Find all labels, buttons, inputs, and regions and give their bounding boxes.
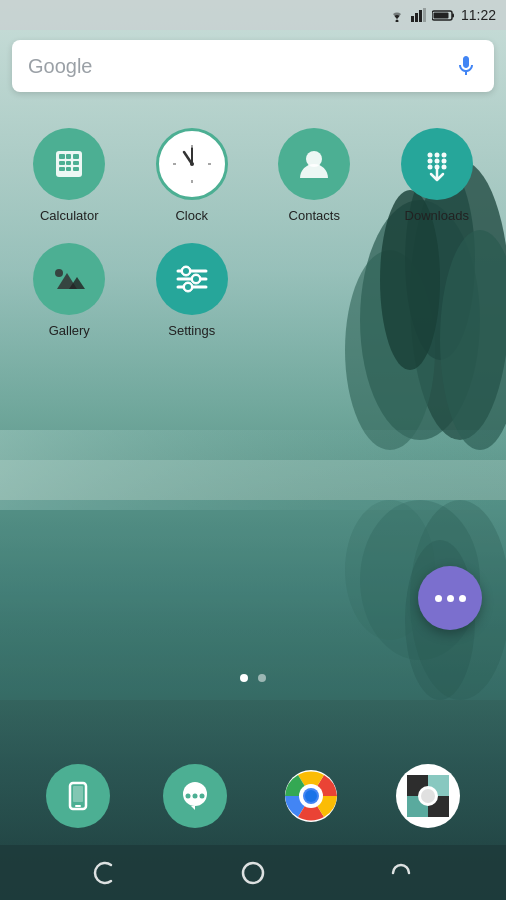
app-gallery[interactable]: Gallery bbox=[8, 233, 131, 348]
dock-camera[interactable] bbox=[396, 764, 460, 828]
empty-slot-1 bbox=[253, 233, 376, 348]
contacts-icon-bg bbox=[278, 128, 350, 200]
fab-dot-2 bbox=[447, 595, 454, 602]
phone-icon bbox=[61, 779, 95, 813]
svg-point-74 bbox=[421, 789, 435, 803]
app-grid-row1: Calculator Clock bbox=[0, 102, 506, 233]
downloads-icon-bg bbox=[401, 128, 473, 200]
empty-slot-2 bbox=[376, 233, 499, 348]
nav-home-button[interactable] bbox=[240, 860, 266, 886]
svg-point-46 bbox=[441, 159, 446, 164]
svg-point-47 bbox=[427, 165, 432, 170]
svg-point-67 bbox=[192, 794, 197, 799]
calculator-icon bbox=[50, 145, 88, 183]
downloads-label: Downloads bbox=[405, 208, 469, 223]
fab-dots bbox=[435, 595, 466, 602]
app-clock[interactable]: Clock bbox=[131, 118, 254, 233]
svg-point-72 bbox=[305, 790, 317, 802]
app-downloads[interactable]: Downloads bbox=[376, 118, 499, 233]
app-grid-row2: Gallery Settings bbox=[0, 233, 506, 348]
svg-rect-18 bbox=[423, 8, 426, 22]
fab-more-options[interactable] bbox=[418, 566, 482, 630]
signal-icon bbox=[411, 8, 427, 22]
home-icon bbox=[240, 860, 266, 886]
status-bar: 11:22 bbox=[0, 0, 506, 30]
svg-rect-64 bbox=[75, 805, 81, 807]
svg-point-14 bbox=[395, 20, 398, 23]
gallery-icon bbox=[49, 259, 89, 299]
svg-rect-29 bbox=[59, 167, 65, 171]
svg-rect-25 bbox=[73, 154, 79, 159]
svg-rect-31 bbox=[73, 167, 79, 171]
gallery-icon-bg bbox=[33, 243, 105, 315]
svg-rect-15 bbox=[411, 16, 414, 22]
status-icons: 11:22 bbox=[388, 7, 496, 23]
fab-dot-1 bbox=[435, 595, 442, 602]
svg-point-45 bbox=[434, 159, 439, 164]
dock-chrome[interactable] bbox=[279, 764, 343, 828]
messenger-icon bbox=[177, 778, 213, 814]
chrome-icon bbox=[283, 768, 339, 824]
svg-point-61 bbox=[185, 284, 191, 290]
app-settings[interactable]: Settings bbox=[131, 233, 254, 348]
calculator-label: Calculator bbox=[40, 208, 99, 223]
nav-recents-button[interactable] bbox=[387, 859, 415, 887]
svg-point-41 bbox=[427, 153, 432, 158]
clock-label: Clock bbox=[175, 208, 208, 223]
svg-rect-26 bbox=[59, 161, 65, 165]
page-dot-1 bbox=[240, 674, 248, 682]
svg-rect-27 bbox=[66, 161, 71, 165]
svg-point-55 bbox=[183, 268, 189, 274]
svg-rect-21 bbox=[433, 12, 448, 18]
clock-icon-bg bbox=[156, 128, 228, 200]
svg-rect-17 bbox=[419, 10, 422, 22]
search-placeholder: Google bbox=[28, 55, 454, 78]
svg-rect-24 bbox=[66, 154, 71, 159]
svg-point-68 bbox=[199, 794, 204, 799]
recents-icon bbox=[387, 859, 415, 887]
dock bbox=[0, 752, 506, 840]
contacts-icon bbox=[294, 144, 334, 184]
search-bar[interactable]: Google bbox=[12, 40, 494, 92]
page-indicators bbox=[240, 674, 266, 682]
svg-point-44 bbox=[427, 159, 432, 164]
downloads-icon bbox=[416, 143, 458, 185]
svg-point-58 bbox=[193, 276, 199, 282]
app-contacts[interactable]: Contacts bbox=[253, 118, 376, 233]
wifi-icon bbox=[388, 8, 406, 22]
gallery-label: Gallery bbox=[49, 323, 90, 338]
svg-rect-23 bbox=[59, 154, 65, 159]
svg-rect-63 bbox=[73, 786, 83, 802]
nav-bar bbox=[0, 845, 506, 900]
svg-rect-30 bbox=[66, 167, 71, 171]
fab-dot-3 bbox=[459, 595, 466, 602]
camera-icon bbox=[407, 775, 449, 817]
contacts-label: Contacts bbox=[289, 208, 340, 223]
app-calculator[interactable]: Calculator bbox=[8, 118, 131, 233]
svg-point-42 bbox=[434, 153, 439, 158]
settings-icon-bg bbox=[156, 243, 228, 315]
settings-label: Settings bbox=[168, 323, 215, 338]
page-dot-2 bbox=[258, 674, 266, 682]
svg-point-66 bbox=[185, 794, 190, 799]
svg-point-75 bbox=[243, 863, 263, 883]
back-icon bbox=[91, 859, 119, 887]
svg-point-43 bbox=[441, 153, 446, 158]
battery-icon bbox=[432, 9, 456, 22]
mic-icon[interactable] bbox=[454, 54, 478, 78]
svg-rect-20 bbox=[452, 13, 454, 17]
nav-back-button[interactable] bbox=[91, 859, 119, 887]
svg-rect-28 bbox=[73, 161, 79, 165]
calculator-icon-bg bbox=[33, 128, 105, 200]
dock-messenger[interactable] bbox=[163, 764, 227, 828]
status-time: 11:22 bbox=[461, 7, 496, 23]
svg-point-52 bbox=[55, 269, 63, 277]
clock-icon bbox=[166, 138, 218, 190]
settings-icon bbox=[170, 257, 214, 301]
svg-point-49 bbox=[441, 165, 446, 170]
svg-rect-16 bbox=[415, 13, 418, 22]
dock-phone[interactable] bbox=[46, 764, 110, 828]
